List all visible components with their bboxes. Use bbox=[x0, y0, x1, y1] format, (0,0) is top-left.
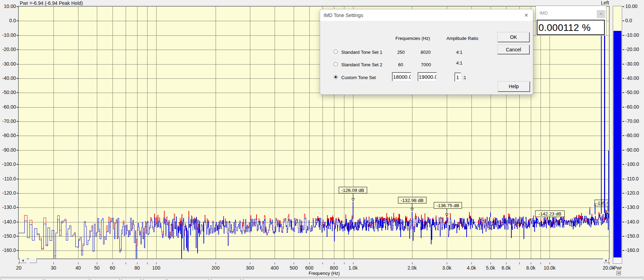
svg-text:-135.09 dB: -135.09 dB bbox=[596, 201, 609, 206]
svg-text:-142.23 dB: -142.23 dB bbox=[538, 211, 561, 217]
svg-text:-126.09 dB: -126.09 dB bbox=[341, 188, 364, 193]
svg-text:-136.75 dB: -136.75 dB bbox=[436, 203, 459, 208]
svg-text:-132.98 dB: -132.98 dB bbox=[401, 198, 424, 203]
